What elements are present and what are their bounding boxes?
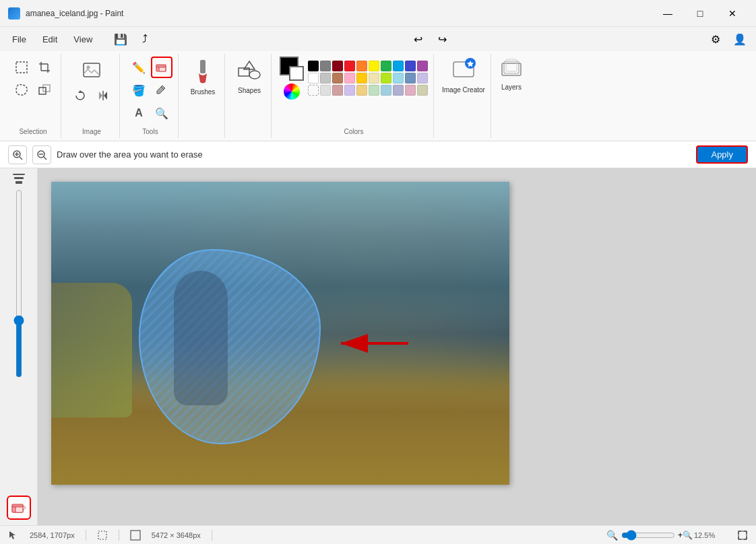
- title-bar: amanea_iceland.jpg - Paint — □ ✕: [0, 0, 756, 27]
- select-free-button[interactable]: [11, 79, 32, 101]
- fit-page-icon[interactable]: [737, 530, 748, 541]
- size-line-1: [13, 174, 25, 175]
- magnifier-button[interactable]: 🔍: [151, 102, 172, 124]
- colors-label: Colors: [344, 125, 364, 135]
- svg-line-27: [20, 157, 22, 160]
- svg-point-8: [87, 66, 90, 69]
- svg-rect-7: [84, 63, 100, 77]
- color-yellow[interactable]: [369, 61, 379, 71]
- color-picker-button[interactable]: [151, 79, 172, 101]
- menu-bar: File Edit View 💾 ⤴ ↩ ↪ ⚙ 👤: [0, 27, 756, 51]
- eraser-button[interactable]: [151, 57, 172, 78]
- fill-button[interactable]: 🪣: [128, 79, 150, 101]
- svg-rect-38: [98, 531, 106, 539]
- color-white[interactable]: [308, 73, 319, 83]
- zoom-out-button[interactable]: [32, 145, 51, 164]
- menu-file[interactable]: File: [5, 32, 33, 47]
- color-orange[interactable]: [356, 61, 367, 71]
- layers-button[interactable]: Layers: [499, 57, 524, 91]
- color-swatch-extra-3[interactable]: [344, 85, 355, 96]
- color-cream[interactable]: [369, 73, 379, 83]
- canvas-wrapper: [51, 182, 509, 485]
- color-swatch-extra-9[interactable]: [417, 85, 428, 96]
- apply-button[interactable]: Apply: [696, 145, 748, 164]
- color-lime[interactable]: [381, 73, 391, 83]
- status-sep-2: [119, 530, 119, 541]
- color-swatch-extra-8[interactable]: [405, 85, 416, 96]
- crop-button[interactable]: [34, 57, 55, 78]
- color-gold[interactable]: [356, 73, 367, 83]
- image-button[interactable]: [78, 57, 105, 83]
- shapes-button[interactable]: Shapes: [233, 57, 265, 97]
- size-slider-container: [12, 189, 26, 378]
- zoom-in-status-button[interactable]: +🔍: [678, 529, 691, 542]
- select-rect-button[interactable]: [11, 57, 32, 78]
- maximize-button[interactable]: □: [685, 3, 716, 24]
- canvas-image: [51, 182, 509, 485]
- svg-rect-40: [738, 531, 747, 539]
- title-bar-left: amanea_iceland.jpg - Paint: [8, 7, 123, 20]
- pencil-button[interactable]: ✏️: [128, 57, 150, 78]
- flip-button[interactable]: [92, 85, 114, 106]
- tools-group: ✏️ 🪣 A: [123, 54, 179, 138]
- save-button[interactable]: 💾: [110, 28, 131, 50]
- color-blue[interactable]: [393, 61, 404, 71]
- svg-rect-35: [12, 504, 23, 507]
- color-swatch-extra-6[interactable]: [381, 85, 391, 96]
- color-swatch-extra-5[interactable]: [369, 85, 379, 96]
- color-brown[interactable]: [332, 73, 343, 83]
- color-lightblue[interactable]: [393, 73, 404, 83]
- resize-button[interactable]: [34, 79, 55, 101]
- canvas-size: 5472 × 3648px: [152, 531, 201, 539]
- background-color[interactable]: [289, 66, 304, 81]
- color-transparent[interactable]: [308, 85, 319, 96]
- color-wheel[interactable]: [284, 83, 300, 100]
- brush-size-slider[interactable]: [12, 189, 26, 378]
- canvas-area[interactable]: [38, 168, 756, 525]
- close-button[interactable]: ✕: [717, 3, 748, 24]
- color-gray[interactable]: [320, 61, 331, 71]
- zoom-in-button[interactable]: [8, 145, 27, 164]
- color-red[interactable]: [344, 61, 355, 71]
- eraser-tool-icon[interactable]: [7, 496, 31, 520]
- color-darkred[interactable]: [332, 61, 343, 71]
- image-creator-group: Image Creator: [437, 54, 491, 138]
- share-button[interactable]: ⤴: [134, 28, 156, 50]
- redo-button[interactable]: ↪: [432, 28, 453, 50]
- color-green[interactable]: [381, 61, 391, 71]
- account-button[interactable]: 👤: [729, 28, 751, 50]
- text-button[interactable]: A: [128, 102, 150, 124]
- rotate-button[interactable]: [69, 85, 91, 106]
- color-lightgray[interactable]: [320, 73, 331, 83]
- color-swatch-extra-7[interactable]: [393, 85, 404, 96]
- brushes-button[interactable]: Brushes: [187, 57, 219, 97]
- selection-hatching: [140, 250, 319, 443]
- minimize-button[interactable]: —: [652, 3, 683, 24]
- color-swatch-extra-1[interactable]: [320, 85, 331, 96]
- zoom-slider[interactable]: [621, 530, 675, 541]
- svg-point-19: [249, 71, 260, 79]
- color-black[interactable]: [308, 61, 319, 71]
- zoom-out-status-button[interactable]: 🔍: [605, 529, 619, 542]
- left-sidebar: [0, 168, 38, 525]
- window-title: amanea_iceland.jpg - Paint: [26, 9, 123, 18]
- settings-button[interactable]: ⚙: [705, 28, 726, 50]
- color-purple[interactable]: [417, 61, 428, 71]
- colors-group: Colors: [274, 54, 434, 138]
- rock-left: [51, 283, 132, 417]
- menu-view[interactable]: View: [67, 32, 99, 47]
- color-steelblue[interactable]: [405, 73, 416, 83]
- size-selector[interactable]: [13, 174, 25, 184]
- color-lavender[interactable]: [417, 73, 428, 83]
- color-swatch-extra-2[interactable]: [332, 85, 343, 96]
- undo-button[interactable]: ↩: [408, 28, 429, 50]
- shapes-label: Shapes: [238, 87, 261, 94]
- status-bar: 2584, 1707px 5472 × 3648px 🔍 +🔍 12.5%: [0, 525, 756, 544]
- menu-edit[interactable]: Edit: [36, 32, 64, 47]
- app-icon: [8, 7, 20, 20]
- image-creator-button[interactable]: Image Creator: [442, 57, 485, 94]
- color-pink[interactable]: [344, 73, 355, 83]
- color-indigo[interactable]: [405, 61, 416, 71]
- brushes-group: Brushes: [181, 54, 225, 138]
- color-swatch-extra-4[interactable]: [356, 85, 367, 96]
